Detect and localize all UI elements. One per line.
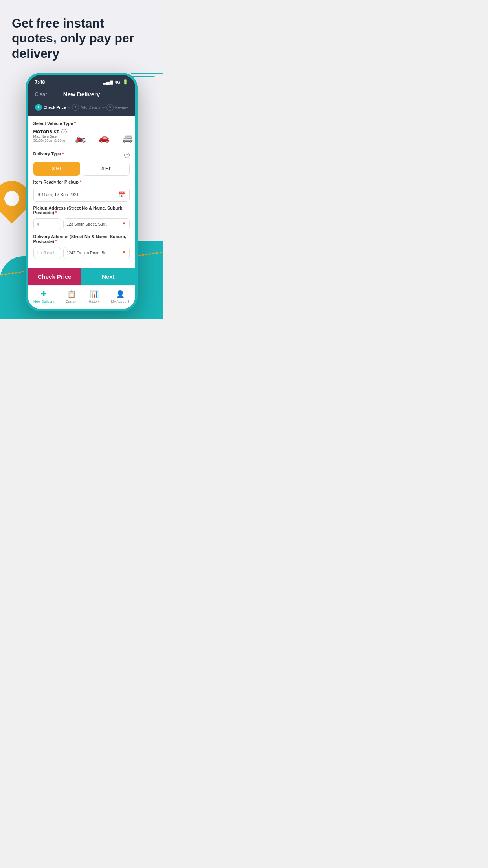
step-2-label: Add Details	[81, 105, 101, 110]
vehicle-selector-row: MOTORBIKE ? Max. Item Size: 30x30x30cm &…	[33, 129, 130, 147]
vehicle-size: Max. Item Size: 30x30x30cm & 10kg	[33, 134, 67, 142]
pickup-time-field[interactable]: 9:41am, 17 Sep 2021 📅	[33, 188, 130, 202]
app-header: Clear New Delivery	[28, 87, 135, 104]
van-icon[interactable]: 🚐	[118, 129, 138, 147]
account-icon: 👤	[116, 290, 125, 298]
current-label: Current	[66, 300, 77, 303]
nav-history[interactable]: 📊 History	[89, 290, 100, 303]
history-icon: 📊	[90, 290, 99, 298]
new-delivery-label: New Delivery	[33, 300, 54, 303]
account-label: My Account	[111, 300, 130, 303]
progress-steps: 1 Check Price 2 Add Details 3 Review	[28, 104, 135, 116]
status-time: 7:48	[35, 79, 45, 85]
clear-button[interactable]: Clear	[35, 91, 47, 97]
next-button[interactable]: Next	[81, 268, 135, 285]
network-label: 4G	[115, 80, 121, 85]
nav-new-delivery[interactable]: ✚ New Delivery	[33, 290, 54, 303]
step-1: 1 Check Price	[35, 104, 66, 111]
form-area: Select Vehicle Type * MOTORBIKE ? Max. I…	[28, 116, 135, 268]
screen-title: New Delivery	[63, 91, 100, 97]
vehicle-help-icon[interactable]: ?	[61, 129, 67, 134]
step-2-number: 2	[72, 104, 79, 111]
pickup-address-label: Pickup Address (Street No & Name, Suburb…	[33, 206, 130, 215]
delivery-type-help-icon[interactable]: ?	[124, 153, 130, 158]
check-price-button[interactable]: Check Price	[28, 268, 82, 285]
action-buttons: Check Price Next	[28, 268, 135, 285]
bottom-navigation: ✚ New Delivery 📋 Current 📊 History 👤 My …	[28, 285, 135, 309]
step-3-number: 3	[106, 104, 114, 111]
step-line-1	[68, 107, 70, 108]
calendar-icon: 📅	[119, 191, 125, 198]
pickup-time-label: Item Ready for Pickup *	[33, 180, 130, 184]
step-3-label: Review	[115, 105, 128, 110]
step-2: 2 Add Details	[72, 104, 101, 111]
nav-my-account[interactable]: 👤 My Account	[111, 290, 130, 303]
status-icons: ▂▄▆ 4G 🔋	[103, 79, 128, 85]
delivery-type-label: Delivery Type *	[33, 151, 64, 156]
pickup-unit-field[interactable]: 4	[33, 218, 61, 230]
delivery-4hr-button[interactable]: 4 Hr	[83, 162, 130, 176]
new-delivery-icon: ✚	[41, 290, 47, 298]
required-indicator: *	[74, 121, 76, 126]
step-1-label: Check Price	[44, 105, 66, 110]
delivery-address-label: Delivery Address (Street No & Name, Subu…	[33, 234, 130, 244]
background: Get free instant quotes, only pay per de…	[0, 0, 163, 319]
pickup-location-icon: 📍	[121, 222, 126, 226]
step-3: 3 Review	[106, 104, 128, 111]
hero-section: Get free instant quotes, only pay per de…	[0, 0, 163, 69]
vehicle-icons: 🏍️ 🚗 🚐	[71, 129, 138, 147]
delivery-unit-field[interactable]: Unit/Level	[33, 247, 61, 259]
delivery-location-icon: 📍	[121, 251, 126, 255]
delivery-2hr-button[interactable]: 2 Hr	[33, 162, 81, 176]
nav-current[interactable]: 📋 Current	[66, 290, 77, 303]
step-line-2	[102, 107, 105, 108]
hero-title: Get free instant quotes, only pay per de…	[12, 16, 151, 61]
car-icon[interactable]: 🚗	[94, 129, 114, 147]
vehicle-info: MOTORBIKE ? Max. Item Size: 30x30x30cm &…	[33, 129, 67, 142]
pickup-address-row: 4 123 Smith Street, Surr... 📍	[33, 218, 130, 230]
battery-icon: 🔋	[123, 79, 128, 85]
vehicle-section-label: Select Vehicle Type *	[33, 121, 130, 126]
phone-notch	[62, 75, 101, 83]
history-label: History	[89, 300, 100, 303]
pickup-street-field[interactable]: 123 Smith Street, Surr... 📍	[63, 218, 130, 230]
phone-frame: 7:48 ▂▄▆ 4G 🔋 Clear New Delivery 1 Check…	[26, 73, 138, 311]
motorbike-icon[interactable]: 🏍️	[71, 129, 90, 147]
phone-mockup: 7:48 ▂▄▆ 4G 🔋 Clear New Delivery 1 Check…	[0, 73, 163, 311]
signal-icon: ▂▄▆	[103, 79, 113, 85]
pickup-time-value: 9:41am, 17 Sep 2021	[38, 192, 79, 197]
current-icon: 📋	[67, 290, 76, 298]
delivery-type-buttons: 2 Hr 4 Hr	[33, 162, 130, 176]
delivery-address-row: Unit/Level 1242 Fretton Road, Bo... 📍	[33, 247, 130, 259]
delivery-street-field[interactable]: 1242 Fretton Road, Bo... 📍	[63, 247, 130, 259]
delivery-type-row: Delivery Type * ?	[33, 151, 130, 159]
vehicle-name: MOTORBIKE ?	[33, 129, 67, 134]
step-1-number: 1	[35, 104, 42, 111]
